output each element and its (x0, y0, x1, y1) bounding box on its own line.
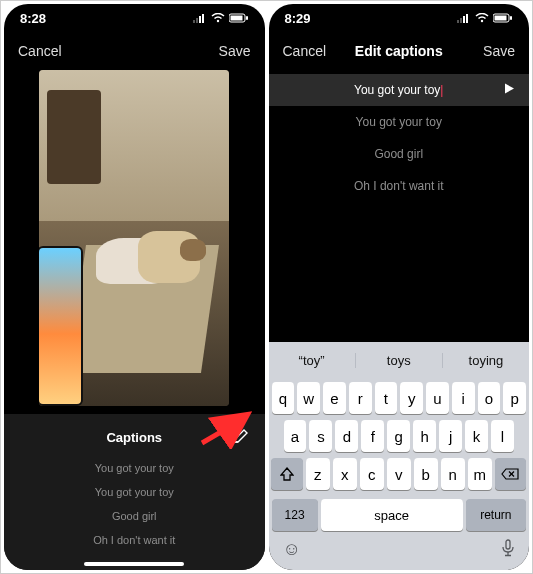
key-t[interactable]: t (375, 382, 398, 414)
key-m[interactable]: m (468, 458, 492, 490)
backspace-icon (501, 468, 519, 480)
svg-rect-15 (495, 16, 507, 21)
svg-point-4 (216, 20, 218, 22)
keyboard-row-bottom: 123 space return (269, 499, 530, 535)
phone-right: 8:29 Cancel Edit captions Save You got y… (269, 4, 530, 570)
cancel-button[interactable]: Cancel (18, 43, 62, 59)
wifi-icon (475, 13, 489, 23)
edit-captions-icon[interactable] (233, 426, 251, 444)
key-y[interactable]: y (400, 382, 423, 414)
key-w[interactable]: w (297, 382, 320, 414)
key-u[interactable]: u (426, 382, 449, 414)
key-return[interactable]: return (466, 499, 526, 531)
svg-rect-7 (246, 16, 248, 20)
svg-rect-0 (193, 20, 195, 23)
video-preview-area (4, 70, 265, 414)
suggestion[interactable]: toys (356, 353, 443, 368)
svg-rect-10 (460, 18, 462, 23)
clock: 8:29 (285, 11, 311, 26)
key-backspace[interactable] (495, 458, 526, 490)
status-bar: 8:29 (269, 4, 530, 32)
caption-line[interactable]: Oh I don't want it (18, 528, 251, 552)
battery-icon (229, 13, 249, 23)
shift-icon (280, 467, 294, 481)
key-z[interactable]: z (306, 458, 330, 490)
key-h[interactable]: h (413, 420, 436, 452)
key-space[interactable]: space (321, 499, 463, 531)
keyboard-footer: ☺ (269, 535, 530, 570)
key-d[interactable]: d (335, 420, 358, 452)
status-icons (457, 13, 513, 23)
key-b[interactable]: b (414, 458, 438, 490)
caption-line[interactable]: Good girl (18, 504, 251, 528)
home-indicator[interactable] (84, 562, 184, 566)
svg-rect-1 (196, 18, 198, 23)
video-preview[interactable] (39, 70, 229, 406)
captions-title: Captions (106, 430, 162, 445)
status-bar: 8:28 (4, 4, 265, 32)
key-a[interactable]: a (284, 420, 307, 452)
caption-edit-row[interactable]: You got your toy| (269, 74, 530, 106)
caption-edit-row[interactable]: You got your toy (269, 106, 530, 138)
caption-line[interactable]: You got your toy (18, 480, 251, 504)
svg-rect-9 (457, 20, 459, 23)
key-l[interactable]: l (491, 420, 514, 452)
caption-edit-list: You got your toy| You got your toy Good … (269, 70, 530, 342)
emoji-icon[interactable]: ☺ (283, 539, 301, 562)
page-title: Edit captions (355, 43, 443, 59)
keyboard-row-2: a s d f g h j k l (272, 420, 527, 452)
nav-bar: Cancel Save (4, 32, 265, 70)
svg-rect-6 (230, 16, 242, 21)
key-e[interactable]: e (323, 382, 346, 414)
captions-panel: Captions You got your toy You got your t… (4, 414, 265, 570)
caption-text: Good girl (374, 147, 423, 161)
play-icon[interactable] (503, 83, 515, 98)
key-v[interactable]: v (387, 458, 411, 490)
key-g[interactable]: g (387, 420, 410, 452)
key-o[interactable]: o (478, 382, 501, 414)
suggestion-bar: “toy” toys toying (269, 342, 530, 378)
keyboard: “toy” toys toying q w e r t y u i o p (269, 342, 530, 570)
key-f[interactable]: f (361, 420, 384, 452)
key-s[interactable]: s (309, 420, 332, 452)
key-n[interactable]: n (441, 458, 465, 490)
key-p[interactable]: p (503, 382, 526, 414)
battery-icon (493, 13, 513, 23)
suggestion[interactable]: toying (443, 353, 529, 368)
svg-rect-12 (466, 14, 468, 23)
phone-left: 8:28 Cancel Save Captions (4, 4, 265, 570)
cancel-button[interactable]: Cancel (283, 43, 327, 59)
nav-bar: Cancel Edit captions Save (269, 32, 530, 70)
caption-text: You got your toy (354, 83, 440, 97)
caption-line[interactable]: You got your toy (18, 456, 251, 480)
dictation-icon[interactable] (501, 539, 515, 562)
svg-rect-3 (202, 14, 204, 23)
key-x[interactable]: x (333, 458, 357, 490)
key-j[interactable]: j (439, 420, 462, 452)
svg-rect-2 (199, 16, 201, 23)
key-k[interactable]: k (465, 420, 488, 452)
svg-rect-11 (463, 16, 465, 23)
svg-rect-16 (510, 16, 512, 20)
signal-icon (457, 13, 471, 23)
caption-text: Oh I don't want it (354, 179, 444, 193)
svg-marker-17 (505, 84, 514, 94)
key-r[interactable]: r (349, 382, 372, 414)
caption-edit-row[interactable]: Good girl (269, 138, 530, 170)
suggestion[interactable]: “toy” (269, 353, 356, 368)
svg-rect-20 (506, 540, 510, 549)
key-shift[interactable] (271, 458, 302, 490)
keyboard-row-3: z x c v b n m (272, 458, 527, 490)
captions-header: Captions (18, 424, 251, 450)
key-numbers[interactable]: 123 (272, 499, 318, 531)
svg-point-13 (481, 20, 483, 22)
save-button[interactable]: Save (483, 43, 515, 59)
caption-text: You got your toy (356, 115, 442, 129)
key-i[interactable]: i (452, 382, 475, 414)
key-c[interactable]: c (360, 458, 384, 490)
save-button[interactable]: Save (219, 43, 251, 59)
keyboard-row-1: q w e r t y u i o p (272, 382, 527, 414)
status-icons (193, 13, 249, 23)
key-q[interactable]: q (272, 382, 295, 414)
caption-edit-row[interactable]: Oh I don't want it (269, 170, 530, 202)
